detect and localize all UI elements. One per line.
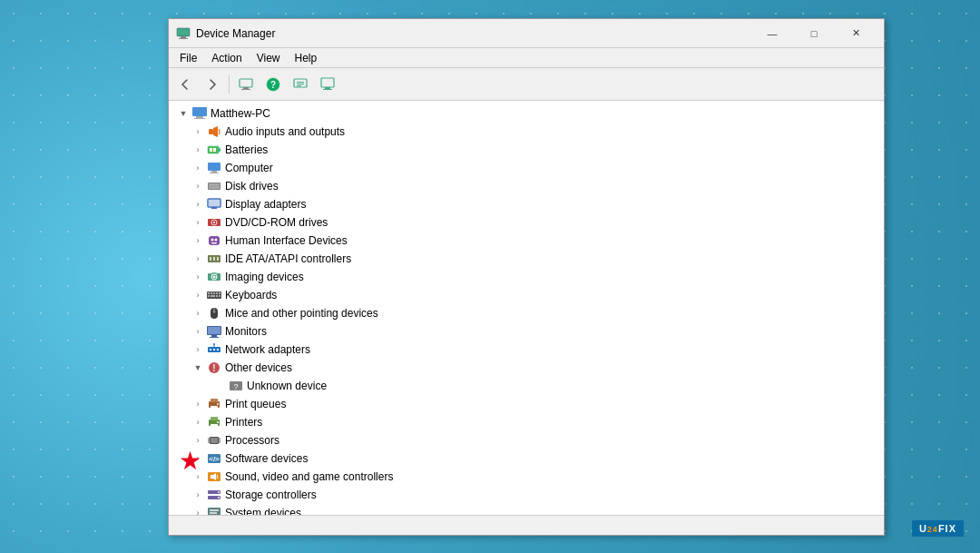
list-item[interactable]: › DVD/CD-ROM drives (169, 213, 884, 232)
svg-text:!: ! (212, 363, 215, 373)
list-item[interactable]: › Imaging devices (169, 268, 884, 286)
list-item[interactable]: › Processors (169, 431, 884, 449)
svg-rect-1 (181, 36, 186, 38)
list-item[interactable]: › Audio inputs and outputs (169, 123, 884, 141)
expand-ide[interactable]: › (191, 252, 205, 266)
expand-display[interactable]: › (191, 197, 205, 212)
list-item[interactable]: › Computer (169, 159, 884, 177)
keyboards-icon (207, 288, 221, 302)
svg-rect-31 (211, 207, 217, 209)
forward-button[interactable] (200, 72, 225, 97)
expand-dvd[interactable]: › (191, 215, 205, 230)
expand-system[interactable]: › (191, 506, 205, 515)
menu-help[interactable]: Help (288, 50, 325, 66)
print-queues-icon (207, 397, 221, 411)
svg-rect-16 (196, 116, 203, 118)
svg-rect-65 (210, 349, 211, 351)
expand-processors[interactable]: › (191, 433, 205, 448)
help-button[interactable]: ? (260, 72, 286, 97)
audio-icon (207, 124, 221, 139)
maximize-button[interactable]: □ (793, 19, 835, 48)
display-icon (207, 197, 221, 212)
list-item[interactable]: › IDE ATA/ATAPI controllers (169, 250, 884, 268)
device-tree: ▼ Matthew-PC › Audio inputs and outp (169, 101, 884, 515)
svg-rect-12 (321, 78, 334, 87)
expand-other[interactable]: ▼ (191, 360, 205, 375)
svg-rect-18 (209, 129, 213, 134)
system-icon (207, 506, 221, 515)
menu-action[interactable]: Action (204, 50, 249, 66)
list-item[interactable]: › Sound, video and game controllers (169, 468, 884, 486)
list-item[interactable]: › System devices (169, 504, 884, 515)
expand-mice[interactable]: › (191, 306, 205, 321)
expand-batteries[interactable]: › (191, 143, 205, 157)
processors-label: Processors (225, 434, 279, 447)
expand-computer[interactable]: › (191, 161, 205, 175)
list-item[interactable]: › Mice and other pointing devices (169, 304, 884, 322)
list-item[interactable]: › Display adapters (169, 195, 884, 213)
list-item[interactable]: › Human Interface Devices (169, 232, 884, 250)
menu-view[interactable]: View (250, 50, 288, 66)
audio-label: Audio inputs and outputs (225, 125, 345, 138)
mice-label: Mice and other pointing devices (225, 307, 378, 320)
svg-rect-21 (210, 148, 212, 152)
unknown-device-label: Unknown device (247, 380, 327, 392)
close-button[interactable]: ✕ (835, 19, 877, 48)
list-item[interactable]: › </> Software devices (169, 449, 884, 468)
list-item[interactable]: › Print queues (169, 395, 884, 413)
list-item[interactable]: › Disk drives (169, 177, 884, 195)
mice-icon (207, 306, 221, 321)
list-item[interactable]: ? Unknown device (169, 377, 884, 395)
expand-hid[interactable]: › (191, 233, 205, 248)
expand-software[interactable]: › (191, 451, 205, 466)
expand-network[interactable]: › (191, 342, 205, 357)
svg-point-69 (213, 343, 215, 345)
svg-rect-98 (210, 509, 219, 511)
batteries-label: Batteries (225, 143, 268, 156)
expand-audio[interactable]: › (191, 124, 205, 139)
minimize-button[interactable]: — (751, 19, 793, 48)
svg-rect-75 (211, 399, 218, 402)
svg-rect-20 (219, 148, 220, 152)
svg-rect-2 (179, 38, 188, 39)
svg-rect-3 (240, 79, 252, 87)
list-item[interactable]: › Keyboards (169, 286, 884, 304)
expand-imaging[interactable]: › (191, 270, 205, 284)
expand-storage[interactable]: › (191, 488, 205, 502)
list-item[interactable]: › Network adapters (169, 341, 884, 359)
svg-rect-17 (194, 118, 205, 119)
expand-unknown (212, 379, 227, 393)
sound-label: Sound, video and game controllers (225, 470, 393, 483)
disk-icon (207, 179, 221, 193)
list-item[interactable]: › Storage controllers (169, 486, 884, 504)
expand-printers[interactable]: › (191, 415, 205, 430)
list-item[interactable]: › Printers (169, 413, 884, 431)
expand-printqueues[interactable]: › (191, 397, 205, 411)
svg-rect-10 (297, 84, 304, 84)
monitor-button[interactable] (315, 72, 340, 97)
tree-other-devices[interactable]: ▼ ! Other devices (169, 359, 884, 377)
expand-disk[interactable]: › (191, 179, 205, 193)
list-item[interactable]: › Batteries (169, 141, 884, 159)
system-label: System devices (225, 507, 301, 515)
menu-file[interactable]: File (172, 50, 204, 66)
display-label: Display adapters (225, 198, 306, 211)
svg-point-59 (213, 311, 216, 313)
expand-monitors[interactable]: › (191, 324, 205, 339)
dvd-icon (207, 215, 221, 230)
expand-root[interactable]: ▼ (176, 106, 191, 121)
svg-rect-52 (219, 292, 220, 294)
status-bar (169, 515, 884, 535)
root-label: Matthew-PC (211, 107, 270, 120)
list-item[interactable]: › Monitors (169, 322, 884, 341)
expand-keyboards[interactable]: › (191, 288, 205, 302)
tree-root[interactable]: ▼ Matthew-PC (169, 104, 884, 123)
properties-button[interactable] (288, 72, 313, 97)
svg-rect-30 (209, 200, 220, 206)
expand-sound[interactable]: › (191, 469, 205, 484)
svg-rect-46 (211, 272, 217, 274)
back-button[interactable] (172, 72, 198, 97)
computer-button[interactable] (233, 72, 259, 97)
svg-rect-80 (211, 424, 218, 427)
computer-icon (207, 161, 221, 175)
